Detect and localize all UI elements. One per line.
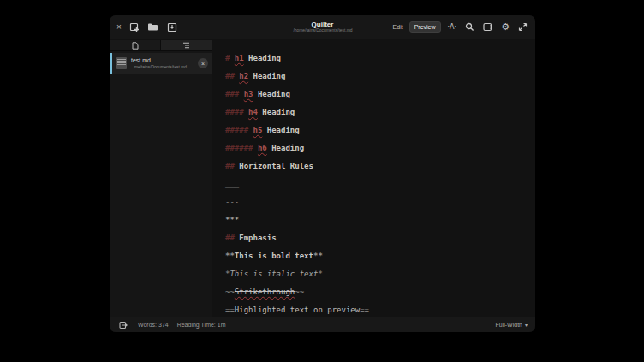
editor-line[interactable]: #### h4 Heading (225, 103, 535, 121)
editor-segment: # (225, 54, 235, 62)
editor-segment: Heading (262, 126, 299, 134)
editor-segment: h4 (248, 108, 258, 116)
editor-segment: h3 (244, 90, 253, 98)
editor-line[interactable]: ## Emphasis (225, 228, 535, 246)
editor-line[interactable]: **This is bold text** (225, 246, 535, 264)
tab-files[interactable] (110, 40, 160, 50)
editor-segment: ## (225, 72, 239, 80)
word-count: Words: 374 (138, 322, 169, 328)
statusbar: Words: 374 Reading Time: 1m Full-Width ▾ (110, 317, 535, 332)
markdown-file-icon (116, 57, 127, 69)
open-folder-icon (147, 22, 158, 32)
editor-line[interactable]: # h1 Heading (225, 49, 535, 67)
search-icon (465, 22, 474, 32)
editor-segment: ** (313, 252, 323, 260)
preview-mode-button[interactable]: Preview (409, 21, 441, 33)
editor-segment: ##### (225, 126, 253, 134)
editor-segment: Heading (253, 90, 290, 98)
editor-line[interactable]: --- (225, 193, 535, 211)
editor-segment: Heading (248, 72, 285, 80)
outline-tab-icon (182, 42, 190, 49)
editor-segment: h5 (253, 126, 263, 134)
file-list-item[interactable]: test.md ...me/tains/Documents/test.md × (110, 53, 212, 74)
editor-line[interactable]: ###### h6 Heading (225, 139, 535, 157)
headerbar: × Quilter /home/tains/Docu (110, 15, 535, 39)
document-tab-icon (132, 42, 139, 50)
editor-segment: Highlighted text on preview (235, 306, 360, 314)
open-file-button[interactable] (147, 21, 159, 33)
focus-mode-button[interactable] (117, 319, 129, 331)
editor-segment: This is bold text (235, 252, 313, 260)
sidebar-tabs (110, 40, 212, 51)
editor-line[interactable]: ##### h5 Heading (225, 121, 535, 139)
editor-line[interactable]: ### h3 Heading (225, 85, 535, 103)
window-close-button[interactable]: × (116, 23, 122, 32)
font-size-button[interactable]: ·A· (448, 23, 457, 31)
save-icon (167, 22, 177, 33)
quilter-window: × Quilter /home/tains/Docu (110, 15, 535, 332)
width-mode-dropdown[interactable]: Full-Width ▾ (495, 322, 528, 328)
editor-segment: --- (225, 198, 239, 206)
fullscreen-expand-icon (518, 22, 528, 32)
tab-outline[interactable] (160, 40, 212, 50)
editor-segment: ###### (225, 144, 258, 152)
editor-segment: Strikethrough (235, 288, 295, 296)
export-icon (483, 22, 493, 32)
width-mode-label: Full-Width (495, 322, 522, 328)
editor-segment: h2 (239, 72, 248, 80)
edit-mode-button[interactable]: Edit (389, 22, 408, 32)
gear-icon: ⚙ (501, 21, 510, 33)
editor-segment: Heading (244, 54, 281, 62)
editor-line[interactable]: ___ (225, 175, 535, 193)
document-path: /home/tains/Documents/test.md (293, 28, 352, 33)
editor[interactable]: # h1 Heading## h2 Heading### h3 Heading#… (213, 40, 535, 317)
editor-segment: == (225, 306, 235, 314)
settings-button[interactable]: ⚙ (501, 22, 510, 32)
editor-line[interactable]: *** (225, 211, 535, 228)
editor-segment: ### (225, 90, 244, 98)
editor-segment: * (318, 270, 322, 278)
search-button[interactable] (463, 21, 475, 33)
editor-line[interactable]: ## Horizontal Rules (225, 157, 535, 175)
sidebar: test.md ...me/tains/Documents/test.md × (110, 40, 212, 317)
editor-segment: This is italic text (230, 270, 318, 278)
focus-mode-icon (119, 321, 128, 329)
page-title: Quilter (286, 21, 358, 28)
save-button[interactable] (166, 21, 178, 33)
editor-segment: Heading (267, 144, 304, 152)
new-document-button[interactable] (128, 21, 140, 33)
editor-segment: Emphasis (239, 234, 276, 242)
chevron-down-icon: ▾ (525, 322, 528, 328)
export-button[interactable] (482, 21, 494, 33)
editor-lines: # h1 Heading## h2 Heading### h3 Heading#… (213, 40, 535, 317)
fullscreen-button[interactable] (516, 21, 528, 33)
editor-segment: ~~ (295, 288, 304, 296)
file-path: ...me/tains/Documents/test.md (131, 64, 181, 69)
file-close-button[interactable]: × (198, 58, 208, 68)
mode-switcher: Edit Preview (389, 21, 441, 33)
editor-line[interactable]: ==Highlighted text on preview== (225, 300, 535, 317)
editor-segment: == (360, 306, 369, 314)
editor-segment: ## (225, 234, 239, 242)
editor-segment: #### (225, 108, 248, 116)
editor-segment: h1 (235, 54, 244, 62)
editor-segment: ~~ (225, 288, 235, 296)
editor-segment: h6 (258, 144, 267, 152)
editor-line[interactable]: *This is italic text* (225, 264, 535, 282)
file-name: test.md (131, 57, 194, 64)
editor-segment: ** (225, 252, 235, 260)
editor-segment: Horizontal Rules (239, 162, 313, 170)
editor-segment: ___ (225, 180, 239, 188)
editor-segment: Heading (258, 108, 295, 116)
editor-line[interactable]: ## h2 Heading (225, 67, 535, 85)
new-document-icon (129, 22, 140, 33)
reading-time: Reading Time: 1m (177, 322, 226, 328)
editor-segment: *** (225, 216, 239, 224)
editor-line[interactable]: ~~Strikethrough~~ (225, 282, 535, 300)
editor-segment: ## (225, 162, 239, 170)
